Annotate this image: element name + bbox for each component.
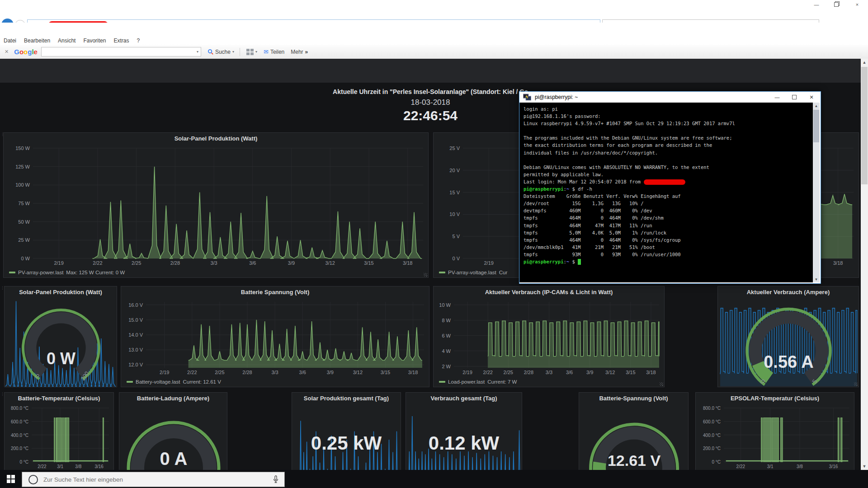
google-mehr-button[interactable]: Mehr» — [291, 49, 308, 55]
ladung-gauge[interactable]: 0 A — [119, 404, 228, 470]
terminal-scroll-up-icon[interactable]: ▲ — [813, 103, 820, 109]
solar-gauge[interactable]: 02000 W — [5, 297, 118, 388]
ampere-gauge[interactable]: 050.56 A — [718, 297, 859, 388]
panel-title[interactable]: EPSOLAR-Temperatur (Celsius) — [696, 395, 854, 402]
putty-title: pi@raspberrypi: ~ — [535, 94, 578, 100]
menu-item-extras[interactable]: Extras — [113, 38, 129, 44]
svg-text:2/19: 2/19 — [160, 370, 169, 375]
scrollbar-thumb[interactable] — [861, 67, 868, 184]
menu-item-[interactable]: ? — [137, 38, 140, 44]
epsolar-temp-chart[interactable]: 2/223/13/83/160 °C200.0 °C400.0 °C600.0 … — [697, 404, 853, 470]
svg-text:50 W: 50 W — [18, 219, 30, 225]
svg-text:0 A: 0 A — [160, 449, 188, 469]
google-toolbar: ✕ Google ▾ Suche▾ ▾ ✉ Teilen Mehr» Micha… — [0, 45, 868, 59]
chart-legend[interactable]: PV-array-power.lastMax: 125 W Current: 0… — [9, 270, 125, 275]
grafana-navbar: ▾ Perles Insel-Solaranlage ▾ ☆ ⚙ ‹ Zoom … — [0, 59, 861, 83]
svg-text:3/6: 3/6 — [566, 370, 573, 375]
battv-gauge[interactable]: 11.815.512.61 V — [579, 404, 689, 470]
panel-resize-handle[interactable] — [424, 273, 427, 277]
svg-text:400.0 °C: 400.0 °C — [11, 433, 28, 438]
svg-text:3/9: 3/9 — [327, 370, 334, 375]
chart-legend[interactable]: Battery-voltage.lastCurrent: 12.61 V — [127, 379, 221, 385]
putty-window[interactable]: ϟ pi@raspberrypi: ~ — ✕ login as: pipi@1… — [519, 91, 821, 284]
svg-text:5 V: 5 V — [452, 234, 460, 239]
terminal-scroll-down-icon[interactable]: ▼ — [813, 276, 820, 282]
page-scrollbar[interactable]: ▲ ▼ — [861, 59, 868, 470]
menu-item-ansicht[interactable]: Ansicht — [58, 38, 75, 44]
google-search-dropdown-icon[interactable]: ▾ — [197, 50, 198, 54]
svg-text:3/1: 3/1 — [57, 464, 63, 469]
google-search-box[interactable]: ▾ — [41, 47, 201, 56]
load-power-chart[interactable]: 2/192/222/252/283/33/63/93/123/153/182 W… — [435, 298, 663, 376]
restore-icon[interactable] — [827, 0, 845, 9]
google-search-icon — [208, 49, 213, 55]
terminal-cursor — [578, 259, 581, 265]
putty-maximize-icon[interactable] — [786, 92, 802, 103]
panel-title[interactable]: Solar-Panel Produktion (Watt) — [4, 135, 428, 142]
panel-title[interactable]: Aktueller Verbrauch (Ampere) — [718, 289, 859, 296]
google-suche-button[interactable]: Suche▾ — [208, 49, 234, 55]
terminal-scrollbar-thumb[interactable] — [813, 110, 819, 142]
panel-title[interactable]: Aktueller Verbrauch (IP-CAMs & Licht in … — [434, 289, 664, 296]
toolbar-close-icon[interactable]: ✕ — [5, 49, 9, 55]
close-icon[interactable]: × — [848, 0, 866, 9]
panel-title[interactable]: Solar Produktion gesamt (Tag) — [292, 395, 401, 402]
putty-titlebar[interactable]: ϟ pi@raspberrypi: ~ — ✕ — [519, 92, 821, 103]
row-drag-handle[interactable]: ⋮⋮ — [0, 393, 4, 395]
battery-temp-chart[interactable]: 2/223/13/83/160 °C200.0 °C400.0 °C600.0 … — [5, 404, 113, 470]
panel-title[interactable]: Batterie Spannung (Volt) — [121, 289, 429, 296]
putty-close-icon[interactable]: ✕ — [803, 92, 820, 103]
windows-logo-icon — [7, 475, 15, 483]
apps-grid-icon — [246, 49, 254, 55]
svg-text:3/8: 3/8 — [75, 464, 81, 469]
menu-item-datei[interactable]: Datei — [4, 38, 16, 44]
panel-load-power-chart: Aktueller Verbrauch (IP-CAMs & Licht in … — [433, 286, 665, 387]
start-button[interactable] — [0, 470, 22, 488]
panel-title[interactable]: Batterie-Spannung (Volt) — [579, 395, 688, 402]
google-search-input[interactable] — [42, 48, 197, 56]
scroll-up-icon[interactable]: ▲ — [861, 59, 868, 66]
chart-legend[interactable]: PV-array-voltage.lastCur — [439, 270, 507, 275]
chart-legend[interactable]: Load-power.lastCurrent: 7 W — [439, 379, 517, 385]
pv-power-chart[interactable]: 2/192/222/252/283/33/63/93/123/153/180 W… — [5, 145, 427, 267]
panel-title[interactable]: Batterie-Temperatur (Celsius) — [5, 395, 113, 402]
svg-text:400.0 °C: 400.0 °C — [703, 433, 721, 438]
minimize-icon[interactable]: — — [807, 0, 826, 9]
menu-item-favoriten[interactable]: Favoriten — [83, 38, 106, 44]
svg-text:2/19: 2/19 — [484, 260, 494, 266]
panel-title[interactable]: Solar-Panel Produktion (Watt) — [5, 289, 117, 296]
panel-title[interactable]: Batterie-Ladung (Ampere) — [119, 395, 227, 402]
svg-text:2/25: 2/25 — [504, 370, 513, 375]
terminal-scrollbar[interactable]: ▲ ▼ — [813, 103, 820, 282]
screen: — × ← → e http3000/dashboard/db/perles-i… — [0, 0, 868, 488]
putty-minimize-icon[interactable]: — — [769, 92, 785, 103]
taskbar-search-box[interactable] — [22, 472, 285, 487]
taskbar-search-input[interactable] — [42, 476, 273, 483]
svg-text:2/25: 2/25 — [215, 370, 224, 375]
panel-resize-handle[interactable] — [854, 382, 858, 386]
terminal[interactable]: login as: pipi@192.168.1.16's password:L… — [519, 103, 820, 282]
svg-text:13.0 V: 13.0 V — [128, 347, 143, 352]
svg-text:3/18: 3/18 — [646, 370, 656, 375]
row-drag-handle[interactable]: ⋮⋮ — [0, 287, 4, 289]
verbrauch-total-value[interactable]: 0.12 kW — [406, 432, 522, 454]
solar-total-value[interactable]: 0.25 kW — [292, 432, 401, 454]
google-apps-button[interactable]: ▾ — [246, 49, 257, 55]
svg-text:2/22: 2/22 — [187, 370, 197, 375]
microphone-icon[interactable] — [273, 475, 279, 483]
svg-text:3/3: 3/3 — [546, 370, 552, 375]
svg-text:3/8: 3/8 — [797, 464, 803, 469]
svg-text:0 V: 0 V — [452, 256, 460, 261]
svg-text:75 W: 75 W — [18, 201, 30, 206]
svg-text:15.0 V: 15.0 V — [128, 317, 143, 323]
svg-text:600.0 °C: 600.0 °C — [703, 419, 721, 424]
google-teilen-button[interactable]: ✉ Teilen — [264, 48, 284, 55]
svg-text:3/16: 3/16 — [94, 464, 104, 469]
panel-resize-handle[interactable] — [660, 382, 663, 386]
svg-text:2/28: 2/28 — [524, 370, 533, 375]
battery-voltage-chart[interactable]: 2/192/222/252/283/33/63/93/123/153/1812.… — [123, 298, 428, 376]
scroll-down-icon[interactable]: ▼ — [861, 463, 868, 470]
menu-item-bearbeiten[interactable]: Bearbeiten — [24, 38, 50, 44]
svg-text:3/1: 3/1 — [767, 464, 774, 469]
panel-title[interactable]: Verbrauch gesamt (Tag) — [406, 395, 522, 402]
